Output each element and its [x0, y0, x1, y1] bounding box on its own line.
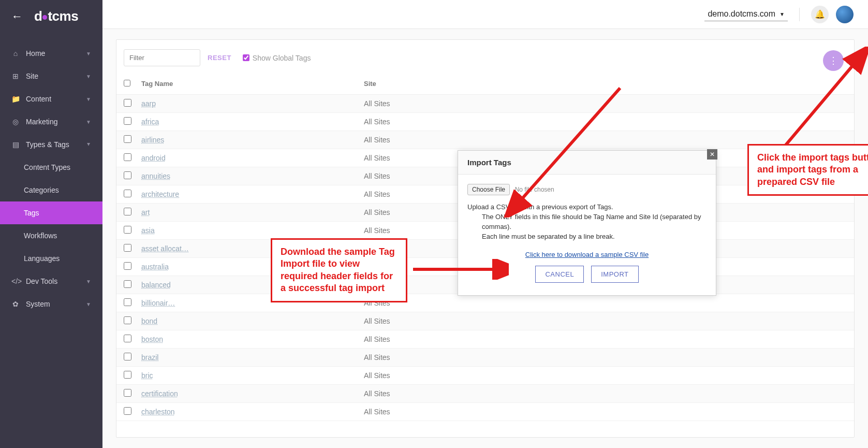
- tag-link[interactable]: android: [141, 154, 166, 162]
- nav-marketing[interactable]: ◎ Marketing ▼: [0, 110, 102, 133]
- header-tag-name[interactable]: Tag Name: [141, 80, 364, 88]
- tag-link[interactable]: africa: [141, 118, 159, 126]
- modal-title: Import Tags: [458, 151, 716, 175]
- more-vert-icon: ⋮: [829, 55, 838, 66]
- nav-sub-languages[interactable]: Languages: [0, 247, 102, 270]
- row-checkbox[interactable]: [124, 298, 131, 306]
- nav-system[interactable]: ✿ System ▼: [0, 293, 102, 315]
- dev-icon: </>: [11, 277, 20, 285]
- site-selector[interactable]: demo.dotcms.com ▼: [704, 7, 788, 21]
- tag-link[interactable]: asset allocat…: [141, 244, 189, 253]
- sidebar-top: ← dtcms: [0, 0, 102, 33]
- header-site[interactable]: Site: [364, 80, 847, 88]
- tag-link[interactable]: brazil: [141, 353, 158, 362]
- nav-types-tags[interactable]: ▤ Types & Tags ▲: [0, 133, 102, 156]
- home-icon: ⌂: [11, 49, 20, 57]
- row-checkbox[interactable]: [124, 171, 131, 179]
- table-row[interactable]: certificationAll Sites: [116, 385, 854, 403]
- table-row[interactable]: airlinesAll Sites: [116, 131, 854, 149]
- nav-sub-content-types[interactable]: Content Types: [0, 156, 102, 179]
- user-avatar[interactable]: [836, 6, 854, 23]
- table-row[interactable]: aarpAll Sites: [116, 95, 854, 113]
- filter-input[interactable]: [124, 49, 200, 66]
- row-checkbox[interactable]: [124, 407, 131, 415]
- actions-menu-button[interactable]: ⋮: [823, 50, 844, 71]
- close-icon: ✕: [710, 151, 715, 158]
- choose-file-button[interactable]: Choose File: [467, 184, 510, 195]
- nav-dev-tools[interactable]: </> Dev Tools ▼: [0, 270, 102, 293]
- row-checkbox[interactable]: [124, 153, 131, 161]
- tag-link[interactable]: balanced: [141, 281, 171, 289]
- row-checkbox[interactable]: [124, 208, 131, 215]
- row-checkbox[interactable]: [124, 335, 131, 342]
- table-row[interactable]: brazilAll Sites: [116, 349, 854, 367]
- table-row[interactable]: bostonAll Sites: [116, 330, 854, 349]
- row-checkbox[interactable]: [124, 226, 131, 234]
- site-cell: All Sites: [364, 99, 847, 108]
- types-icon: ▤: [11, 140, 20, 149]
- row-checkbox[interactable]: [124, 389, 131, 397]
- import-button[interactable]: IMPORT: [591, 266, 638, 283]
- annotation-download-sample: Download the sample Tag Import file to v…: [271, 238, 407, 302]
- back-icon[interactable]: ←: [11, 10, 23, 23]
- tag-link[interactable]: boston: [141, 335, 163, 343]
- tag-link[interactable]: annuities: [141, 172, 170, 180]
- nav-sub-tags[interactable]: Tags: [0, 201, 102, 224]
- nav-content[interactable]: 📁 Content ▼: [0, 88, 102, 110]
- content-icon: 📁: [11, 95, 20, 103]
- tag-link[interactable]: asia: [141, 226, 155, 235]
- row-checkbox[interactable]: [124, 371, 131, 379]
- tag-link[interactable]: billionair…: [141, 299, 175, 307]
- show-global-tags-label[interactable]: Show Global Tags: [243, 54, 311, 62]
- download-sample-link[interactable]: Click here to download a sample CSV file: [467, 251, 707, 258]
- tag-link[interactable]: architecture: [141, 190, 179, 198]
- file-row: Choose File No file chosen: [467, 184, 707, 195]
- row-checkbox[interactable]: [124, 353, 131, 360]
- tag-link[interactable]: bond: [141, 317, 157, 325]
- site-cell: All Sites: [364, 371, 847, 380]
- cancel-button[interactable]: CANCEL: [535, 266, 584, 283]
- modal-close-button[interactable]: ✕: [707, 149, 717, 160]
- nav-sub-categories[interactable]: Categories: [0, 179, 102, 201]
- row-checkbox[interactable]: [124, 99, 131, 107]
- show-global-tags-checkbox[interactable]: [243, 54, 249, 61]
- table-row[interactable]: charlestonAll Sites: [116, 403, 854, 421]
- row-checkbox[interactable]: [124, 280, 131, 288]
- tag-link[interactable]: art: [141, 208, 150, 216]
- tag-link[interactable]: certification: [141, 389, 178, 398]
- select-all-checkbox[interactable]: [124, 80, 130, 86]
- nav-site[interactable]: ⊞ Site ▼: [0, 65, 102, 88]
- chevron-down-icon: ▼: [86, 279, 91, 284]
- site-icon: ⊞: [11, 72, 20, 80]
- chevron-down-icon: ▼: [86, 301, 91, 307]
- nav: ⌂ Home ▼ ⊞ Site ▼ 📁 Content ▼ ◎ Marketin…: [0, 42, 102, 315]
- tag-link[interactable]: charleston: [141, 408, 175, 416]
- reset-button[interactable]: RESET: [208, 54, 231, 62]
- table-row[interactable]: bricAll Sites: [116, 367, 854, 385]
- table-row[interactable]: africaAll Sites: [116, 113, 854, 131]
- table-row[interactable]: billionair…All Sites: [116, 294, 854, 312]
- tag-link[interactable]: airlines: [141, 136, 164, 144]
- table-header: Tag Name Site: [116, 74, 854, 95]
- tag-link[interactable]: aarp: [141, 99, 156, 108]
- nav-sub-workflows[interactable]: Workflows: [0, 224, 102, 247]
- tag-link[interactable]: bric: [141, 371, 153, 380]
- site-cell: All Sites: [364, 299, 847, 307]
- row-checkbox[interactable]: [124, 262, 131, 270]
- row-checkbox[interactable]: [124, 244, 131, 252]
- chevron-down-icon: ▼: [86, 74, 91, 79]
- row-checkbox[interactable]: [124, 117, 131, 125]
- modal-body: Choose File No file chosen Upload a CSV …: [458, 175, 716, 295]
- row-checkbox[interactable]: [124, 316, 131, 324]
- logo-text-a: d: [34, 8, 42, 24]
- nav-home[interactable]: ⌂ Home ▼: [0, 42, 102, 65]
- row-checkbox[interactable]: [124, 135, 131, 143]
- marketing-icon: ◎: [11, 118, 20, 126]
- notifications-button[interactable]: 🔔: [811, 6, 829, 23]
- site-cell: All Sites: [364, 353, 847, 362]
- row-checkbox[interactable]: [124, 190, 131, 197]
- table-row[interactable]: bondAll Sites: [116, 312, 854, 330]
- site-cell: All Sites: [364, 136, 847, 144]
- tag-link[interactable]: australia: [141, 263, 169, 271]
- filter-row: RESET Show Global Tags: [116, 40, 854, 74]
